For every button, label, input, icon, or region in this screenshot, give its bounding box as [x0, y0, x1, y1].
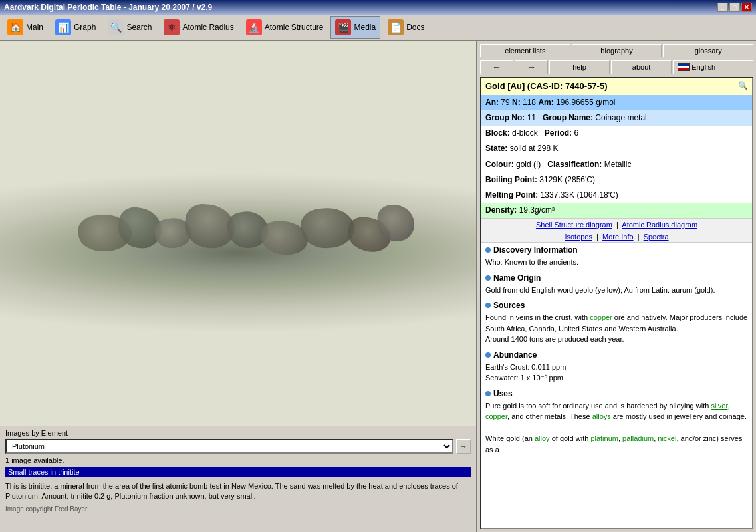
biography-button[interactable]: biography: [572, 44, 662, 57]
main-button[interactable]: 🏠 Main: [3, 16, 48, 39]
melting-point-row: Melting Point: 1337.33K (1064.18'C): [481, 188, 752, 203]
silver-link[interactable]: silver: [711, 402, 727, 410]
image-list-item[interactable]: Small traces in trinitite: [5, 467, 471, 477]
atomic-radius-button[interactable]: ⚛ Atomic Radius: [159, 16, 238, 39]
main-content: Images by Element Plutonium → 1 image av…: [0, 41, 756, 532]
image-count: 1 image available.: [5, 456, 471, 464]
search-label: Search: [126, 23, 152, 32]
abundance-header: Abundance: [481, 348, 752, 361]
alloy-link[interactable]: alloy: [535, 434, 550, 442]
media-label: Media: [354, 23, 376, 32]
sources-title: Sources: [493, 301, 525, 310]
palladium-link[interactable]: palladium: [622, 434, 654, 442]
name-origin-content: Gold from old English word geolo (yellow…: [481, 284, 752, 299]
element-nav-button[interactable]: →: [456, 439, 471, 454]
earths-crust-text: Earth's Crust: 0.011 ppm: [485, 363, 566, 371]
boiling-point-row: Boiling Point: 3129K (2856'C): [481, 172, 752, 188]
graph-button[interactable]: 📊 Graph: [51, 16, 100, 39]
name-origin-header: Name Origin: [481, 271, 752, 284]
atomic-structure-button[interactable]: 🔬 Atomic Structure: [241, 16, 328, 39]
sources-content: Found in veins in the crust, with copper…: [481, 311, 752, 348]
uses-header: Uses: [481, 386, 752, 400]
forward-button[interactable]: →: [515, 60, 548, 74]
data-links-row: Isotopes | More Info | Spectra: [481, 231, 752, 243]
spectra-link[interactable]: Spectra: [644, 233, 669, 241]
atomic-structure-label: Atomic Structure: [265, 23, 324, 32]
media-icon: 🎬: [335, 19, 351, 35]
atomic-info-row: An: 79 N: 118 Am: 196.96655 g/mol: [481, 95, 752, 110]
discovery-who: Who: Known to the ancients.: [485, 258, 578, 266]
glossary-button[interactable]: glossary: [663, 44, 753, 57]
media-button[interactable]: 🎬 Media: [330, 16, 380, 39]
search-element-button[interactable]: 🔍: [738, 80, 748, 92]
platinum-link[interactable]: platinum: [590, 434, 618, 442]
back-arrow-icon: ←: [492, 62, 501, 72]
name-origin-text: Gold from old English word geolo (yellow…: [485, 286, 715, 294]
abundance-content: Earth's Crust: 0.011 ppm Seawater: 1 x 1…: [481, 361, 752, 386]
shell-structure-link[interactable]: Shell Structure diagram: [536, 221, 612, 229]
caption-text: This is trinitite, a mineral from the ar…: [5, 482, 458, 500]
uses-content: Pure gold is too soft for ordinary use a…: [481, 400, 752, 458]
left-panel: Images by Element Plutonium → 1 image av…: [0, 41, 477, 532]
discovery-content: Who: Known to the ancients.: [481, 256, 752, 271]
docs-button[interactable]: 📄 Docs: [383, 16, 429, 39]
rock-cluster: [52, 201, 424, 281]
element-name-symbol: Gold [Au] (CAS-ID: 7440-57-5): [485, 81, 607, 91]
window-controls[interactable]: _ □ ✕: [717, 3, 752, 12]
name-origin-title: Name Origin: [493, 273, 541, 283]
isotopes-link[interactable]: Isotopes: [565, 233, 592, 241]
sources-header: Sources: [481, 298, 752, 311]
help-button[interactable]: help: [549, 60, 610, 74]
atomic-radius-link[interactable]: Atomic Radius diagram: [622, 221, 697, 229]
language-label: English: [692, 63, 715, 71]
element-info-box[interactable]: Gold [Au] (CAS-ID: 7440-57-5) 🔍 An: 79 N…: [480, 77, 753, 529]
copper-link-sources[interactable]: copper: [590, 313, 612, 321]
close-button[interactable]: ✕: [741, 3, 752, 12]
uses-bullet: [485, 391, 491, 396]
block-period-row: Block: d-block Period: 6: [481, 126, 752, 141]
image-controls: Images by Element Plutonium → 1 image av…: [0, 426, 476, 532]
copper-link-uses[interactable]: copper: [485, 412, 507, 420]
diagram-links-row: Shell Structure diagram | Atomic Radius …: [481, 218, 752, 231]
titlebar: Aardvark Digital Periodic Table - Januar…: [0, 0, 756, 15]
trinitite-image: [0, 41, 476, 426]
maximize-button[interactable]: □: [729, 3, 740, 12]
top-navigation: element lists biography glossary: [477, 41, 756, 59]
nickel-link[interactable]: nickel: [658, 434, 676, 442]
graph-icon: 📊: [55, 19, 71, 35]
discovery-title: Discovery Information: [493, 245, 578, 255]
discovery-bullet: [485, 247, 491, 253]
alloys-link[interactable]: alloys: [592, 412, 611, 420]
image-area: [0, 41, 476, 426]
colour-row: Colour: gold (!) Classification: Metalli…: [481, 157, 752, 172]
element-title-row: Gold [Au] (CAS-ID: 7440-57-5) 🔍: [481, 78, 752, 95]
docs-label: Docs: [406, 23, 424, 32]
about-button[interactable]: about: [611, 60, 672, 74]
forward-arrow-icon: →: [527, 62, 536, 72]
graph-label: Graph: [74, 23, 96, 32]
uses-title: Uses: [493, 389, 513, 398]
atomic-radius-label: Atomic Radius: [182, 23, 233, 32]
back-button[interactable]: ←: [480, 60, 513, 74]
flag-icon: [678, 63, 690, 71]
abundance-title: Abundance: [493, 350, 537, 360]
arrow-navigation: ← → help about English: [477, 59, 756, 77]
minimize-button[interactable]: _: [717, 3, 728, 12]
seawater-text: Seawater: 1 x 10⁻⁵ ppm: [485, 374, 563, 382]
more-info-link[interactable]: More Info: [602, 233, 633, 241]
name-origin-bullet: [485, 275, 491, 281]
search-button[interactable]: 🔍 Search: [103, 16, 156, 39]
toolbar: 🏠 Main 📊 Graph 🔍 Search ⚛ Atomic Radius …: [0, 15, 756, 41]
abundance-bullet: [485, 352, 491, 358]
group-row: Group No: 11 Group Name: Coinage metal: [481, 110, 752, 126]
state-row: State: solid at 298 K: [481, 141, 752, 156]
density-row: Density: 19.3g/cm³: [481, 203, 752, 218]
element-lists-button[interactable]: element lists: [480, 44, 570, 57]
image-copyright: Image copyright Fred Bayer: [5, 505, 471, 514]
title-text: Aardvark Digital Periodic Table - Januar…: [4, 3, 212, 12]
atomic-structure-icon: 🔬: [246, 19, 262, 35]
right-panel: element lists biography glossary ← → hel…: [477, 41, 756, 532]
sources-text2: Around 1400 tons are produced each year.: [485, 335, 624, 343]
element-dropdown[interactable]: Plutonium: [5, 439, 453, 454]
language-button[interactable]: English: [673, 60, 753, 74]
